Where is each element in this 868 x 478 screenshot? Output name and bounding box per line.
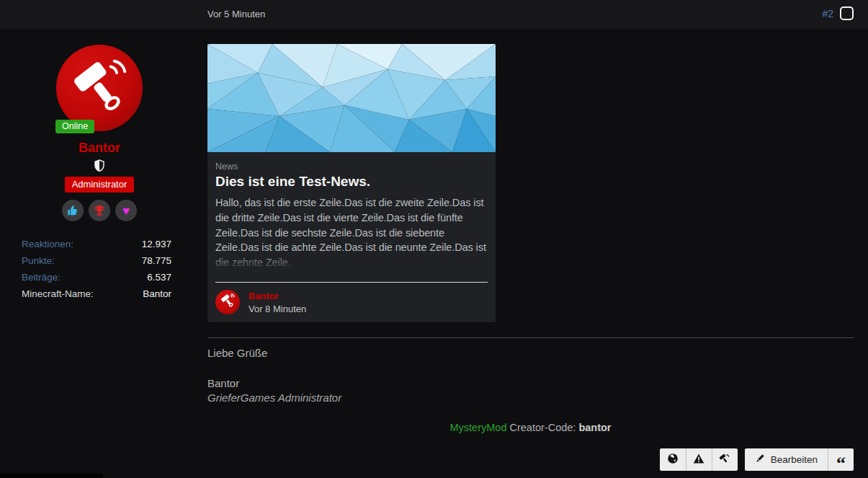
pencil-icon [755,453,765,466]
author-avatar[interactable] [56,45,143,131]
post-header-bar: Vor 5 Minuten #2 [0,0,868,29]
signature-greeting: Liebe Grüße [207,347,267,359]
gavel-icon [719,453,730,466]
moderation-button-group [660,448,738,471]
stat-row-posts: Beiträge: 6.537 [22,269,171,286]
signature-divider [207,337,854,338]
edit-button-group: Bearbeiten “ [745,448,854,471]
next-post-edge [0,474,103,478]
news-card[interactable]: News Dies ist eine Test-News. Hallo, das… [207,44,496,322]
news-footer-meta: Bantor Vor 8 Minuten [249,291,306,314]
rank-badge: Administrator [65,177,135,192]
creator-code-line: MysteryMod Creator-Code: bantor [207,422,854,433]
online-status-badge: Online [55,120,94,133]
stat-value: 12.937 [142,239,171,249]
news-card-footer: Bantor Vor 8 Minuten [207,283,496,322]
thumbs-up-icon[interactable] [62,200,84,221]
news-title[interactable]: Dies ist eine Test-News. [215,174,488,190]
news-category-label: News [215,161,488,172]
creator-code-label: Creator-Code: [509,422,576,433]
author-username[interactable]: Bantor [0,141,199,156]
news-timestamp: Vor 8 Minuten [249,304,306,314]
stat-label[interactable]: Reaktionen: [22,239,73,249]
report-button[interactable] [686,448,712,471]
stat-label[interactable]: Punkte: [22,255,55,266]
ban-hammer-icon [220,293,236,311]
stat-label[interactable]: Beiträge: [22,272,61,283]
admin-shield-icon [0,159,199,175]
stat-value: 6.537 [147,272,171,283]
news-excerpt-wrap: Hallo, das ist die erste Zeile.Das ist d… [215,195,488,270]
stat-row-minecraft-name: Minecraft-Name: Bantor [22,286,171,302]
ban-hammer-icon [68,56,130,120]
signature-name: Bantor [207,377,239,389]
news-card-image [207,44,496,152]
mysterymod-link[interactable]: MysteryMod [449,422,506,433]
globe-icon [667,453,679,466]
share-button[interactable] [660,448,686,471]
news-excerpt: Hallo, das ist die erste Zeile.Das ist d… [215,195,488,270]
stat-label: Minecraft-Name: [22,288,94,299]
post-number-link[interactable]: #2 [822,8,833,19]
stat-row-reactions: Reaktionen: 12.937 [22,236,171,252]
signature-role: GrieferGames Administrator [207,391,341,404]
post-header-right: #2 [822,6,854,20]
stat-value: 78.775 [142,255,171,266]
rank-wrap: Administrator [0,177,199,192]
quote-icon: “ [836,453,846,467]
edit-button-label: Bearbeiten [771,454,818,465]
news-author-avatar[interactable] [215,290,240,314]
author-reactions: ♥ [62,200,137,221]
heart-icon[interactable]: ♥ [115,200,137,221]
author-stats: Reaktionen: 12.937 Punkte: 78.775 Beiträ… [22,236,171,302]
forum-post-page: Vor 5 Minuten #2 Online Bantor A [0,0,868,478]
post-select-checkbox[interactable] [840,6,854,20]
quote-button[interactable]: “ [828,448,854,471]
post-timestamp-link[interactable]: Vor 5 Minuten [207,9,265,19]
post-action-bar: Bearbeiten “ [660,448,854,471]
news-card-body: News Dies ist eine Test-News. Hallo, das… [207,152,496,283]
trophy-icon[interactable] [89,200,110,221]
stat-row-points: Punkte: 78.775 [22,252,171,269]
stat-value: Bantor [143,288,171,299]
creator-code-value: bantor [578,422,611,433]
news-author-name[interactable]: Bantor [249,291,306,301]
edit-button[interactable]: Bearbeiten [745,448,828,471]
moderate-button[interactable] [712,448,738,471]
warning-triangle-icon [693,453,704,466]
